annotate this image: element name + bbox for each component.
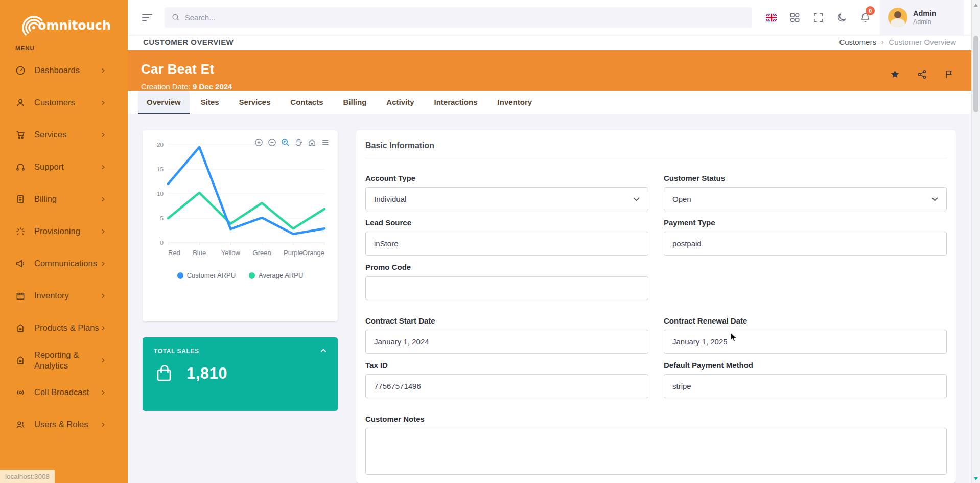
chevron-right-icon <box>100 131 107 139</box>
notifications-button[interactable]: 0 <box>853 0 877 35</box>
selection-zoom-icon[interactable] <box>281 138 290 147</box>
menu-icon[interactable] <box>321 138 330 147</box>
field-account-type: Account Type Individual <box>365 174 648 211</box>
content-area: 05101520RedBlueYellowGreenPurpleOrange C… <box>128 114 971 483</box>
scrollbar-thumb[interactable] <box>973 36 978 112</box>
search-input[interactable] <box>185 13 745 22</box>
legend-average-arpu[interactable]: Average ARPU <box>249 271 303 279</box>
star-icon[interactable] <box>890 70 900 79</box>
total-sales-card: TOTAL SALES 1,810 <box>143 337 338 411</box>
lead-source-input[interactable] <box>365 232 648 256</box>
user-role: Admin <box>913 18 936 26</box>
payment-type-input[interactable] <box>664 232 947 256</box>
fullscreen-button[interactable] <box>806 0 830 35</box>
share-icon[interactable] <box>917 70 927 79</box>
sidebar-section-label: MENU <box>0 45 128 54</box>
field-lead-source: Lead Source <box>365 218 648 256</box>
svg-text:Red: Red <box>168 249 180 257</box>
account-type-select[interactable]: Individual <box>365 187 648 211</box>
zoom-in-icon[interactable] <box>254 138 263 147</box>
customer-hero-banner: Car Beat Et Creation Date: 9 Dec 2024 <box>128 50 971 91</box>
scroll-down-arrow[interactable] <box>974 477 978 480</box>
tax-id-input[interactable] <box>365 374 648 398</box>
sidebar-item-inventory[interactable]: Inventory <box>0 280 128 312</box>
chevron-down-icon <box>633 196 640 202</box>
tab-services[interactable]: Services <box>230 91 279 114</box>
sidebar-item-support[interactable]: Support <box>0 151 128 183</box>
promo-code-input[interactable] <box>365 276 648 300</box>
broadcast-icon <box>15 387 26 398</box>
scrollbar <box>971 0 980 483</box>
svg-text:Yellow: Yellow <box>221 249 241 257</box>
chart-legend: Customer ARPU Average ARPU <box>150 271 331 279</box>
chevron-right-icon <box>100 325 107 332</box>
contract-start-date-input[interactable] <box>365 330 648 354</box>
tab-interactions[interactable]: Interactions <box>426 91 486 114</box>
tab-activity[interactable]: Activity <box>378 91 423 114</box>
left-column: 05101520RedBlueYellowGreenPurpleOrange C… <box>143 130 338 483</box>
zoom-out-icon[interactable] <box>268 138 276 147</box>
field-label: Promo Code <box>365 263 648 271</box>
chevron-right-icon <box>100 389 107 396</box>
scroll-up-arrow[interactable] <box>974 4 978 7</box>
legend-dot-green <box>249 272 255 279</box>
tab-inventory[interactable]: Inventory <box>489 91 541 114</box>
tab-sites[interactable]: Sites <box>192 91 228 114</box>
pan-icon[interactable] <box>294 138 303 147</box>
svg-text:15: 15 <box>157 166 164 172</box>
headset-icon <box>15 162 26 172</box>
sidebar-item-services[interactable]: Services <box>0 119 128 151</box>
brand-logo[interactable]: omnitouch <box>0 0 128 45</box>
sidebar-item-billing[interactable]: Billing <box>0 183 128 215</box>
sidebar-item-cell-broadcast[interactable]: Cell Broadcast <box>0 376 128 408</box>
hamburger-menu-button[interactable] <box>142 11 154 24</box>
field-label: Customer Status <box>664 174 947 182</box>
customer-notes-textarea[interactable] <box>365 428 947 475</box>
contract-renewal-date-input[interactable] <box>664 330 947 354</box>
customer-status-select[interactable]: Open <box>664 187 947 211</box>
tab-billing[interactable]: Billing <box>335 91 376 114</box>
field-tax-id: Tax ID <box>365 361 648 398</box>
field-spacer <box>664 263 947 300</box>
svg-text:20: 20 <box>157 142 164 148</box>
svg-text:Blue: Blue <box>193 249 206 257</box>
apps-grid-button[interactable] <box>783 0 806 35</box>
breadcrumb-parent-link[interactable]: Customers <box>839 38 876 47</box>
field-contract-renewal-date: Contract Renewal Date <box>664 316 947 354</box>
tab-overview[interactable]: Overview <box>138 91 190 114</box>
tab-contacts[interactable]: Contacts <box>282 91 332 114</box>
app-root: omnitouch MENU Dashboards Customers Serv… <box>0 0 980 483</box>
users-icon <box>15 420 26 430</box>
user-profile-button[interactable]: Admin Admin <box>880 0 964 35</box>
language-flag-button[interactable] <box>759 0 783 35</box>
total-sales-label: TOTAL SALES <box>154 348 326 355</box>
home-icon[interactable] <box>308 138 316 147</box>
chevron-right-icon <box>100 421 107 428</box>
chevron-right-icon <box>100 357 107 364</box>
field-customer-notes: Customer Notes <box>365 415 947 477</box>
sidebar-item-provisioning[interactable]: Provisioning <box>0 215 128 247</box>
chevron-right-icon <box>100 292 107 300</box>
arpu-line-chart[interactable]: 05101520RedBlueYellowGreenPurpleOrange <box>150 136 329 268</box>
flag-icon[interactable] <box>944 70 954 79</box>
legend-customer-arpu[interactable]: Customer ARPU <box>177 271 236 279</box>
badge-icon <box>15 323 26 333</box>
sidebar-item-products-plans[interactable]: Products & Plans <box>0 312 128 344</box>
chevron-up-icon[interactable] <box>319 347 328 355</box>
customer-name: Car Beat Et <box>141 61 956 77</box>
page-title-bar: CUSTOMER OVERVIEW Customers › Customer O… <box>128 35 971 50</box>
chevron-right-icon <box>100 164 107 171</box>
sidebar-item-users-roles[interactable]: Users & Roles <box>0 408 128 441</box>
sidebar-item-reporting-analytics[interactable]: Reporting & Analytics <box>0 344 128 376</box>
field-label: Lead Source <box>365 218 648 227</box>
topbar-icons: 0 Admin Admin <box>759 0 964 35</box>
field-customer-status: Customer Status Open <box>664 174 947 211</box>
svg-text:Orange: Orange <box>302 249 324 257</box>
avatar <box>888 8 907 27</box>
dark-mode-button[interactable] <box>830 0 853 35</box>
sidebar-item-dashboards[interactable]: Dashboards <box>0 54 128 86</box>
sidebar-item-communications[interactable]: Communications <box>0 247 128 280</box>
sidebar-item-customers[interactable]: Customers <box>0 86 128 119</box>
default-payment-method-input[interactable] <box>664 374 947 398</box>
chevron-right-icon <box>100 67 107 74</box>
